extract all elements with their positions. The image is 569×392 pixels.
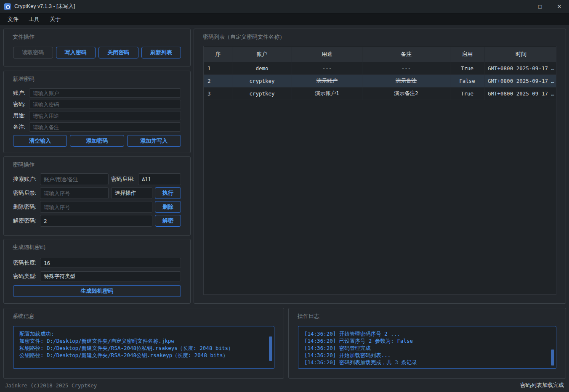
- console-line: 配置加载成功:: [19, 330, 268, 337]
- status-message: 密码列表加载完成: [520, 381, 564, 389]
- add-password-button[interactable]: 添加密码: [70, 135, 124, 147]
- account-label: 账户:: [13, 89, 29, 97]
- note-field[interactable]: [29, 122, 181, 132]
- toggle-label: 密码启禁:: [13, 189, 40, 197]
- delete-button[interactable]: 删除: [155, 201, 181, 213]
- window-title: CryptKey v7.1.3 - [未写入]: [14, 3, 75, 10]
- file-ops-title: 文件操作: [13, 33, 35, 41]
- system-info-title: 系统信息: [13, 313, 35, 320]
- read-password-button: 读取密码: [13, 47, 53, 58]
- usage-label: 用途:: [13, 112, 29, 119]
- console-line: [14:36:20] 开始管理密码序号 2 ...: [304, 330, 550, 337]
- minimize-icon: —: [518, 3, 524, 10]
- table-row[interactable]: 1 demo --- --- True GMT+0800 2025-09-17 …: [204, 62, 557, 75]
- console-line: [14:36:20] 密码列表加载完成，共 3 条记录: [304, 359, 550, 366]
- system-info-panel: 系统信息 配置加载成功: 加密文件: D:/Desktop/新建文件夹/自定义密…: [3, 308, 284, 379]
- console-line: 私钥路径: D:/Desktop/新建文件夹/RSA-2048位私钥.rsake…: [19, 344, 268, 352]
- system-info-console[interactable]: 配置加载成功: 加密文件: D:/Desktop/新建文件夹/自定义密码文件名称…: [13, 326, 274, 369]
- password-list-panel: 密码列表（自定义密码文件名称） 序 账户 用途 备注 启用 时间 1: [194, 29, 566, 304]
- menu-bar: 文件 工具 关于: [0, 13, 569, 25]
- password-type-label: 密码类型:: [13, 273, 40, 280]
- password-field[interactable]: [29, 100, 181, 109]
- password-label: 密码:: [13, 101, 29, 108]
- enable-filter-label: 密码启用:: [111, 175, 138, 183]
- account-field[interactable]: [29, 88, 181, 98]
- password-table[interactable]: 序 账户 用途 备注 启用 时间 1 demo --- --- True GMT…: [203, 46, 556, 295]
- status-bar: Jainkre (c)2018-2025 CryptKey 密码列表加载完成: [0, 379, 569, 392]
- close-icon: ✕: [557, 3, 562, 10]
- password-list-title: 密码列表（自定义密码文件名称）: [203, 33, 285, 41]
- file-ops-panel: 文件操作 读取密码 写入密码 关闭密码 刷新列表: [3, 29, 191, 66]
- scrollbar-thumb[interactable]: [551, 350, 554, 366]
- maximize-icon: ▢: [538, 4, 542, 9]
- title-bar: CryptKey v7.1.3 - [未写入] — ▢ ✕: [0, 0, 569, 13]
- copyright-text: Jainkre (c)2018-2025 CryptKey: [5, 382, 97, 389]
- operation-select[interactable]: 选择操作: [111, 187, 152, 199]
- refresh-list-button[interactable]: 刷新列表: [141, 47, 181, 58]
- add-password-title: 新增密码: [13, 75, 35, 83]
- menu-tools[interactable]: 工具: [24, 14, 44, 25]
- password-length-label: 密码长度:: [13, 259, 40, 267]
- menu-about[interactable]: 关于: [45, 14, 65, 25]
- toggle-seq-input[interactable]: [40, 187, 109, 199]
- menu-file[interactable]: 文件: [3, 14, 23, 25]
- close-password-button[interactable]: 关闭密码: [98, 47, 138, 58]
- console-line: [14:36:20] 密码管理完成: [304, 344, 550, 352]
- col-header-note: 备注: [362, 47, 450, 62]
- console-line: 公钥路径: D:/Desktop/新建文件夹/RSA-2048公钥.rsakey…: [19, 352, 268, 359]
- console-line: 加密文件: D:/Desktop/新建文件夹/自定义密码文件名称.jkpw: [19, 337, 268, 344]
- decrypt-label: 解密密码:: [13, 217, 40, 225]
- maximize-button[interactable]: ▢: [530, 0, 550, 13]
- random-password-panel: 生成随机密码 密码长度: 密码类型: 特殊字符类型 生成随机密码: [3, 239, 191, 304]
- delete-seq-input[interactable]: [40, 201, 152, 213]
- write-password-button[interactable]: 写入密码: [56, 47, 96, 58]
- col-header-time: 时间: [484, 47, 557, 62]
- col-header-enabled: 启用: [450, 47, 484, 62]
- decrypt-button[interactable]: 解密: [155, 215, 181, 227]
- col-header-account: 账户: [232, 47, 292, 62]
- scrollbar-thumb[interactable]: [269, 336, 272, 361]
- password-ops-panel: 密码操作 搜索账户: 密码启用: All 密码启禁: 选择操作 执行 删除密码:…: [3, 156, 191, 236]
- table-row[interactable]: 2 cryptkey 演示账户 演示备注 False GMT+0800 2025…: [204, 75, 557, 87]
- add-and-write-button[interactable]: 添加并写入: [127, 135, 181, 147]
- password-ops-title: 密码操作: [13, 161, 35, 169]
- enable-filter-select[interactable]: All: [138, 173, 181, 185]
- app-icon: [4, 3, 11, 10]
- note-label: 备注:: [13, 123, 29, 131]
- close-button[interactable]: ✕: [550, 0, 569, 13]
- clear-input-button[interactable]: 清空输入: [13, 135, 67, 147]
- delete-label: 删除密码:: [13, 203, 40, 211]
- operation-log-panel: 操作日志 [14:36:20] 开始管理密码序号 2 ... [14:36:20…: [288, 308, 566, 379]
- operation-log-console[interactable]: [14:36:20] 开始管理密码序号 2 ... [14:36:20] 已设置…: [298, 326, 556, 369]
- console-line: [14:36:20] 已设置序号 2 参数为: False: [304, 337, 550, 344]
- generate-random-password-button[interactable]: 生成随机密码: [13, 285, 181, 297]
- random-password-title: 生成随机密码: [13, 244, 45, 251]
- usage-field[interactable]: [29, 111, 181, 120]
- execute-button[interactable]: 执行: [155, 187, 181, 199]
- col-header-usage: 用途: [292, 47, 362, 62]
- operation-log-title: 操作日志: [298, 313, 319, 320]
- minimize-button[interactable]: —: [511, 0, 530, 13]
- search-account-label: 搜索账户:: [13, 175, 40, 183]
- decrypt-seq-input[interactable]: [40, 215, 152, 227]
- search-account-input[interactable]: [40, 173, 109, 185]
- table-header-row: 序 账户 用途 备注 启用 时间: [204, 47, 557, 62]
- add-password-panel: 新增密码 账户: 密码: 用途: 备注: 清空输入 添加密码 添加并写入: [3, 71, 191, 153]
- password-type-select[interactable]: 特殊字符类型: [40, 271, 181, 281]
- console-line: [14:36:20] 开始加载密码列表...: [304, 352, 550, 359]
- col-header-seq: 序: [204, 47, 232, 62]
- password-length-input[interactable]: [40, 258, 181, 268]
- table-row[interactable]: 3 cryptkey 演示账户1 演示备注2 True GMT+0800 202…: [204, 87, 557, 100]
